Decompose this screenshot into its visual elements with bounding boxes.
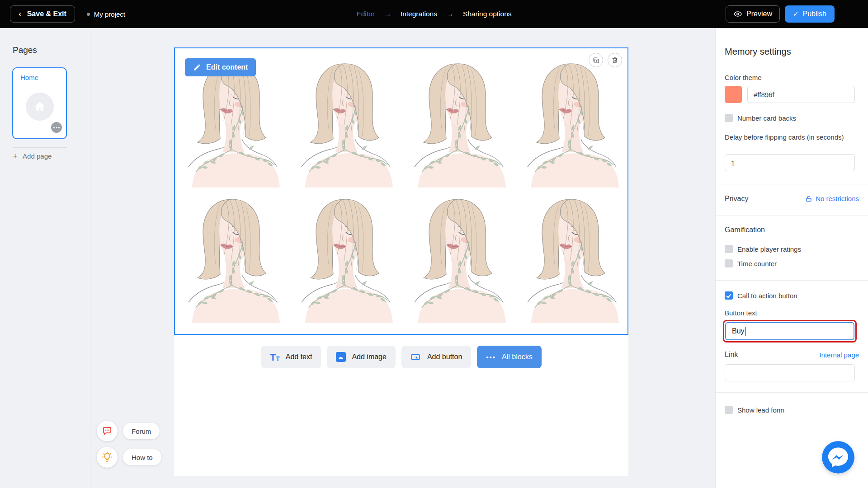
- duplicate-block-button[interactable]: [589, 53, 603, 67]
- all-blocks-button[interactable]: ••• All blocks: [477, 346, 541, 368]
- panel-title: Memory settings: [725, 47, 791, 57]
- sidebar-divider: [13, 147, 67, 148]
- save-exit-label: Save & Exit: [27, 10, 66, 18]
- chat-bubble-icon: [102, 426, 113, 436]
- button-text-label: Button text: [725, 309, 757, 317]
- add-image-label: Add image: [352, 353, 387, 361]
- nav-integrations[interactable]: Integrations: [401, 10, 437, 18]
- internal-page-link[interactable]: Internal page: [819, 351, 859, 359]
- arrow-right-icon: →: [446, 9, 454, 19]
- time-counter-checkbox[interactable]: [725, 259, 733, 267]
- memory-card-image[interactable]: [288, 53, 401, 188]
- messenger-chat-button[interactable]: [822, 441, 854, 474]
- page-card-home[interactable]: Home: [12, 67, 67, 139]
- cta-row: Call to action button: [725, 291, 797, 300]
- show-lead-form-checkbox[interactable]: [725, 406, 733, 414]
- memory-card-image[interactable]: [401, 188, 514, 324]
- top-bar: ‹ Save & Exit My project Editor → Integr…: [0, 0, 868, 28]
- cta-label: Call to action button: [737, 292, 797, 300]
- memory-card-image[interactable]: [514, 188, 627, 324]
- show-lead-form-label: Show lead form: [737, 406, 784, 414]
- memory-card-image[interactable]: [514, 53, 627, 188]
- lightbulb-icon: [101, 451, 113, 463]
- privacy-link-label: No restrictions: [816, 195, 859, 202]
- add-text-button[interactable]: TT Add text: [261, 346, 321, 368]
- arrow-right-icon: →: [384, 9, 392, 19]
- gamification-title: Gamification: [725, 226, 765, 234]
- add-button-button[interactable]: Add button: [401, 346, 471, 368]
- edit-content-label: Edit content: [206, 63, 248, 71]
- editor-step-nav: Editor → Integrations → Sharing options: [356, 0, 511, 28]
- blocks-icon: •••: [486, 354, 496, 361]
- link-label: Link: [725, 351, 738, 359]
- publish-button[interactable]: ✓ Publish: [785, 5, 835, 23]
- how-to-label: How to: [132, 454, 153, 461]
- cta-checkbox[interactable]: [725, 291, 733, 300]
- link-input[interactable]: [725, 364, 855, 381]
- color-theme-label: Color theme: [725, 74, 762, 81]
- player-ratings-checkbox[interactable]: [725, 245, 733, 253]
- how-to-label-pill[interactable]: How to: [123, 449, 161, 465]
- time-counter-row: Time counter: [725, 259, 777, 267]
- text-icon: TT: [270, 352, 279, 362]
- memory-game-block[interactable]: Edit content: [174, 47, 628, 335]
- how-to-button[interactable]: [97, 447, 118, 468]
- player-ratings-row: Enable player ratings: [725, 245, 801, 253]
- image-icon: [336, 352, 346, 362]
- forum-label-pill[interactable]: Forum: [123, 423, 160, 439]
- add-page-label: Add page: [23, 152, 52, 160]
- nav-sharing-options[interactable]: Sharing options: [463, 10, 512, 18]
- chevron-left-icon: ‹: [19, 9, 22, 18]
- privacy-label: Privacy: [725, 195, 748, 203]
- project-name[interactable]: My project: [87, 10, 125, 18]
- all-blocks-label: All blocks: [502, 353, 533, 361]
- edit-content-button[interactable]: Edit content: [185, 58, 256, 76]
- editor-main-area: Edit content: [90, 28, 715, 488]
- preview-button[interactable]: Preview: [726, 5, 780, 23]
- page-canvas: Edit content: [174, 47, 628, 476]
- button-text-value: Buy: [732, 327, 745, 335]
- color-theme-input[interactable]: [747, 86, 855, 103]
- button-text-input[interactable]: Buy: [725, 322, 854, 340]
- text-caret: [745, 327, 746, 336]
- check-icon: ✓: [793, 10, 799, 18]
- button-text-field-error-outline: Buy: [723, 320, 857, 343]
- forum-button[interactable]: [97, 421, 118, 441]
- pages-title: Pages: [13, 45, 37, 55]
- page-options-button[interactable]: [51, 122, 62, 133]
- pencil-icon: [193, 63, 201, 71]
- eye-icon: [733, 9, 742, 19]
- memory-card-image[interactable]: [175, 188, 288, 324]
- time-counter-label: Time counter: [737, 260, 777, 267]
- add-image-button[interactable]: Add image: [327, 346, 396, 368]
- delete-block-button[interactable]: [608, 53, 622, 67]
- pages-sidebar: Pages Home + Add page: [0, 28, 90, 488]
- add-page-button[interactable]: + Add page: [13, 152, 52, 160]
- memory-card-image[interactable]: [288, 188, 401, 324]
- trash-icon: [611, 56, 618, 64]
- save-exit-button[interactable]: ‹ Save & Exit: [10, 5, 75, 23]
- project-status-dot-icon: [87, 13, 90, 16]
- number-card-backs-label: Number card backs: [737, 114, 796, 122]
- delay-input[interactable]: [725, 154, 855, 171]
- duplicate-icon: [592, 56, 600, 64]
- number-card-backs-row: Number card backs: [725, 114, 796, 122]
- add-button-label: Add button: [427, 353, 462, 361]
- project-name-label: My project: [94, 10, 125, 18]
- forum-label: Forum: [132, 427, 151, 435]
- player-ratings-label: Enable player ratings: [737, 245, 801, 253]
- button-icon: [410, 352, 421, 361]
- number-card-backs-checkbox[interactable]: [725, 114, 733, 122]
- memory-card-image[interactable]: [401, 53, 514, 188]
- divider: [716, 216, 868, 216]
- memory-settings-panel: Memory settings Color theme Number card …: [715, 28, 868, 488]
- divider: [716, 184, 868, 184]
- divider: [716, 280, 868, 281]
- nav-editor[interactable]: Editor: [356, 10, 375, 18]
- delay-label: Delay before flipping cards (in seconds): [725, 133, 850, 142]
- privacy-link[interactable]: No restrictions: [805, 195, 859, 202]
- show-lead-form-row: Show lead form: [725, 406, 784, 414]
- publish-label: Publish: [803, 10, 826, 18]
- add-text-label: Add text: [286, 353, 312, 361]
- color-theme-swatch[interactable]: [725, 86, 742, 103]
